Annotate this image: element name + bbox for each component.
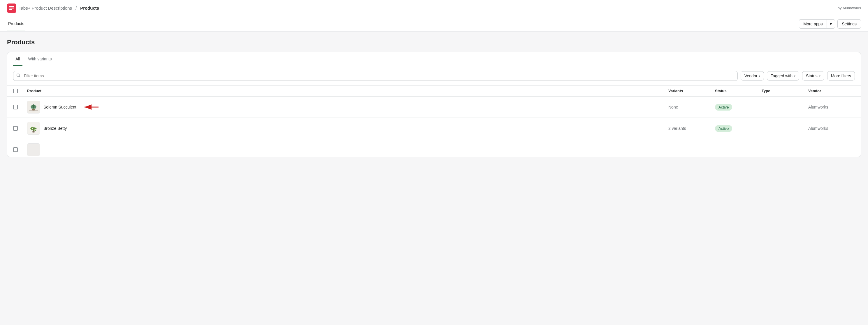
- page-title: Products: [7, 38, 861, 46]
- table-row[interactable]: Bronze Betty 2 variants Active Alumworks: [7, 118, 861, 139]
- row1-variants: None: [668, 105, 715, 110]
- svg-rect-1: [9, 7, 14, 8]
- header-variants: Variants: [668, 89, 715, 93]
- svg-rect-7: [29, 110, 38, 111]
- more-filters-button[interactable]: More filters: [827, 71, 855, 81]
- tab-all[interactable]: All: [13, 52, 23, 66]
- select-all-checkbox[interactable]: [13, 89, 18, 93]
- row3-checkbox[interactable]: [13, 147, 18, 152]
- row3-product-thumbnail: [27, 143, 40, 156]
- vendor-filter-button[interactable]: Vendor ▾: [741, 71, 764, 81]
- svg-point-12: [33, 105, 34, 108]
- filter-bar: Vendor ▾ Tagged with ▾ Status ▾ More fil…: [7, 66, 861, 86]
- breadcrumb-separator: /: [75, 5, 76, 10]
- row2-checkbox-cell: [13, 126, 27, 131]
- header-product: Product: [27, 89, 668, 93]
- row2-product-cell: Bronze Betty: [27, 122, 668, 135]
- header-checkbox-cell: [13, 89, 27, 93]
- header-type: Type: [762, 89, 808, 93]
- page-content: Products All With variants: [0, 31, 868, 164]
- tab-bar-actions: More apps ▾ Settings: [799, 19, 861, 29]
- byline: by Alumworks: [838, 6, 861, 10]
- row2-product-thumbnail: [27, 122, 40, 135]
- app-icon: [7, 3, 16, 13]
- card-tabs: All With variants: [7, 52, 861, 66]
- arrow-annotation: [82, 104, 100, 111]
- row1-product-name: Solemn Succulent: [43, 105, 76, 110]
- svg-rect-22: [27, 144, 40, 156]
- row1-checkbox-cell: [13, 105, 27, 110]
- row3-checkbox-cell: [13, 147, 27, 152]
- header-status: Status: [715, 89, 762, 93]
- settings-button[interactable]: Settings: [837, 19, 861, 29]
- row1-status: Active: [715, 104, 762, 111]
- tab-products[interactable]: Products: [7, 16, 25, 31]
- more-apps-split-button: More apps ▾: [799, 19, 835, 29]
- table-row[interactable]: [7, 139, 861, 157]
- tab-bar-tabs: Products: [7, 16, 30, 31]
- svg-rect-0: [9, 6, 14, 7]
- row3-product-cell: [27, 143, 668, 156]
- breadcrumb-current: Products: [80, 5, 99, 10]
- row1-status-badge: Active: [715, 104, 732, 111]
- more-apps-dropdown-button[interactable]: ▾: [827, 19, 835, 29]
- status-filter-button[interactable]: Status ▾: [802, 71, 824, 81]
- row1-product-thumbnail: [27, 101, 40, 114]
- svg-line-4: [19, 76, 21, 77]
- tagged-with-chevron-icon: ▾: [794, 75, 796, 78]
- tab-bar: Products More apps ▾ Settings: [0, 16, 868, 31]
- row2-status: Active: [715, 125, 762, 132]
- vendor-chevron-icon: ▾: [759, 75, 760, 78]
- top-nav: Tabs+ Product Descriptions / Products by…: [0, 0, 868, 16]
- row2-product-name: Bronze Betty: [43, 126, 67, 131]
- status-chevron-icon: ▾: [819, 75, 820, 78]
- row2-status-badge: Active: [715, 125, 732, 132]
- tab-with-variants[interactable]: With variants: [26, 52, 54, 66]
- row2-variants: 2 variants: [668, 126, 715, 131]
- table-header: Product Variants Status Type Vendor: [7, 86, 861, 96]
- search-wrap: [13, 71, 738, 81]
- app-name: Tabs+ Product Descriptions: [19, 5, 72, 10]
- row2-vendor: Alumworks: [808, 126, 855, 131]
- breadcrumb: Tabs+ Product Descriptions / Products: [7, 3, 99, 13]
- svg-rect-2: [9, 9, 12, 10]
- more-apps-button[interactable]: More apps: [799, 19, 827, 29]
- header-vendor: Vendor: [808, 89, 855, 93]
- search-icon: [16, 73, 21, 79]
- row2-checkbox[interactable]: [13, 126, 18, 131]
- svg-rect-21: [32, 131, 35, 133]
- products-card: All With variants Vendor ▾: [7, 52, 861, 157]
- tagged-with-filter-button[interactable]: Tagged with ▾: [767, 71, 799, 81]
- search-input[interactable]: [13, 71, 738, 81]
- row1-product-cell: Solemn Succulent: [27, 101, 668, 114]
- row1-vendor: Alumworks: [808, 105, 855, 110]
- table-row[interactable]: Solemn Succulent None Active: [7, 96, 861, 118]
- chevron-down-icon: ▾: [830, 22, 832, 26]
- row1-checkbox[interactable]: [13, 105, 18, 110]
- svg-rect-8: [32, 109, 35, 111]
